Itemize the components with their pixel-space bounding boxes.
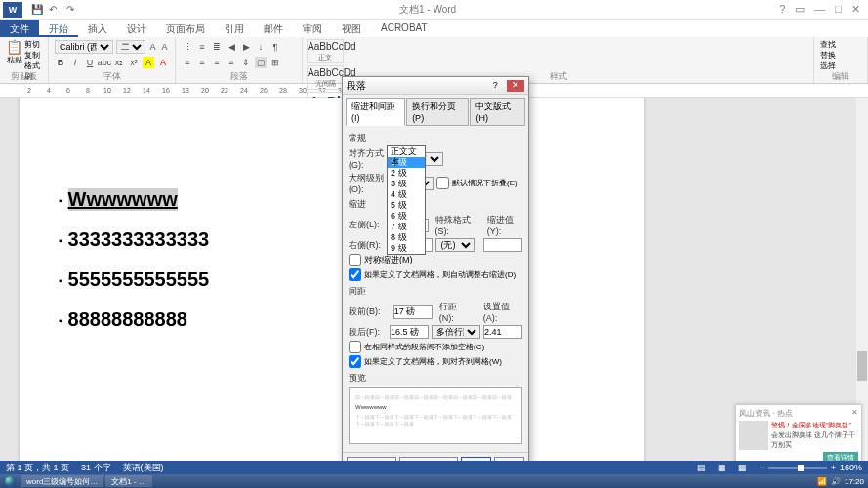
- tab-home[interactable]: 开始: [39, 20, 78, 37]
- popup-thumbnail[interactable]: [739, 421, 768, 450]
- multilevel-icon[interactable]: ≣: [211, 41, 223, 53]
- superscript-icon[interactable]: x²: [128, 57, 140, 68]
- dialog-tab-breaks[interactable]: 换行和分页(P): [406, 98, 469, 126]
- decrease-indent-icon[interactable]: ◀: [226, 41, 237, 53]
- replace-button[interactable]: 替换: [820, 50, 861, 61]
- tab-review[interactable]: 审阅: [293, 20, 332, 37]
- font-family-select[interactable]: Calibri (西文: [55, 40, 113, 54]
- numbering-icon[interactable]: ≡: [196, 41, 208, 53]
- tray-clock[interactable]: 17:20: [845, 477, 864, 486]
- redo-icon[interactable]: ↷: [66, 4, 78, 16]
- undo-icon[interactable]: ↶: [49, 4, 61, 16]
- copy-button[interactable]: 复制: [24, 50, 42, 61]
- scrollbar-thumb[interactable]: [857, 351, 867, 381]
- no-space-same-style-checkbox[interactable]: [349, 341, 361, 353]
- font-color-icon[interactable]: A: [157, 57, 169, 68]
- tray-volume-icon[interactable]: 🔊: [831, 477, 841, 486]
- collapse-checkbox[interactable]: [436, 177, 449, 189]
- snap-grid-checkbox[interactable]: [349, 355, 361, 368]
- popup-title[interactable]: 警惕！全国多地现"脚臭盐": [771, 421, 858, 430]
- align-center-icon[interactable]: ≡: [196, 57, 208, 68]
- shrink-font-icon[interactable]: A: [160, 41, 169, 53]
- page[interactable]: Wwwwwww 3333333333333 5555555555555 8888…: [20, 98, 644, 468]
- tab-layout[interactable]: 页面布局: [156, 20, 215, 37]
- tray-network-icon[interactable]: 📶: [817, 477, 827, 486]
- align-left-icon[interactable]: ≡: [182, 57, 193, 68]
- save-icon[interactable]: 💾: [31, 4, 43, 16]
- italic-icon[interactable]: I: [69, 57, 81, 68]
- zoom-slider[interactable]: [768, 467, 827, 469]
- justify-icon[interactable]: ≡: [226, 57, 237, 68]
- close-icon[interactable]: ✕: [851, 3, 860, 16]
- taskbar-item-2[interactable]: 文档1 - …: [105, 475, 152, 487]
- highlight-icon[interactable]: A: [143, 57, 154, 68]
- style-正文[interactable]: AaBbCcDd正文: [307, 39, 344, 63]
- view-print-icon[interactable]: ▦: [718, 463, 726, 472]
- auto-indent-checkbox[interactable]: [349, 268, 361, 281]
- align-right-icon[interactable]: ≡: [211, 57, 223, 68]
- popup-close-icon[interactable]: ✕: [851, 408, 858, 419]
- doc-line-1[interactable]: Wwwwwww: [68, 188, 178, 211]
- outline-option-4[interactable]: 4 级: [388, 189, 425, 200]
- tab-acrobat[interactable]: ACROBAT: [371, 20, 437, 37]
- outline-option-1[interactable]: 1 级: [388, 157, 425, 168]
- paste-icon[interactable]: 📋: [6, 39, 22, 55]
- tab-view[interactable]: 视图: [332, 20, 371, 37]
- tab-design[interactable]: 设计: [117, 20, 156, 37]
- bold-icon[interactable]: B: [55, 57, 66, 68]
- help-icon[interactable]: ?: [779, 3, 785, 16]
- sort-icon[interactable]: ↓: [255, 41, 267, 53]
- outline-option-9[interactable]: 9 级: [388, 243, 425, 254]
- font-size-select[interactable]: 二号: [116, 40, 145, 54]
- status-language[interactable]: 英语(美国): [123, 462, 164, 474]
- space-before-input[interactable]: [393, 305, 433, 319]
- status-word-count[interactable]: 31 个字: [81, 462, 111, 474]
- increase-indent-icon[interactable]: ▶: [240, 41, 252, 53]
- underline-icon[interactable]: U: [84, 57, 96, 68]
- subscript-icon[interactable]: x₂: [113, 57, 125, 68]
- tab-references[interactable]: 引用: [215, 20, 254, 37]
- space-after-input[interactable]: [390, 325, 429, 339]
- dialog-close-icon[interactable]: ✕: [507, 80, 524, 92]
- line-spacing-icon[interactable]: ⇕: [240, 57, 252, 68]
- strike-icon[interactable]: abc: [99, 57, 110, 68]
- tab-file[interactable]: 文件: [0, 20, 39, 37]
- minimize-icon[interactable]: —: [814, 3, 825, 16]
- taskbar-item-1[interactable]: word三级编号如何…: [21, 475, 103, 487]
- view-web-icon[interactable]: ▩: [738, 463, 747, 472]
- spacing-at-input[interactable]: [483, 325, 522, 339]
- dialog-titlebar[interactable]: 段落 ? ✕: [343, 77, 528, 95]
- show-marks-icon[interactable]: ¶: [269, 41, 281, 53]
- start-button[interactable]: [0, 474, 20, 488]
- outline-option-2[interactable]: 2 级: [388, 168, 425, 179]
- indent-by-input[interactable]: [483, 238, 522, 252]
- zoom-in-icon[interactable]: +: [831, 463, 836, 472]
- outline-option-6[interactable]: 6 级: [388, 211, 425, 222]
- status-page[interactable]: 第 1 页，共 1 页: [6, 462, 69, 474]
- outline-option-3[interactable]: 3 级: [388, 179, 425, 189]
- mirror-indent-checkbox[interactable]: [349, 254, 361, 266]
- dialog-help-icon[interactable]: ?: [486, 80, 504, 92]
- zoom-level[interactable]: 160%: [840, 463, 862, 472]
- outline-option-5[interactable]: 5 级: [388, 200, 425, 211]
- dialog-tab-asian[interactable]: 中文版式(H): [470, 98, 525, 126]
- dialog-tab-indent[interactable]: 缩进和间距(I): [346, 98, 405, 126]
- find-button[interactable]: 查找: [820, 39, 861, 50]
- outline-option-8[interactable]: 8 级: [388, 232, 425, 243]
- borders-icon[interactable]: ⊞: [269, 57, 281, 68]
- tab-mailings[interactable]: 邮件: [254, 20, 293, 37]
- line-spacing-select[interactable]: 多倍行距: [432, 325, 480, 339]
- grow-font-icon[interactable]: A: [148, 41, 157, 53]
- bullets-icon[interactable]: ⋮: [182, 41, 193, 53]
- outline-level-dropdown[interactable]: 正文文本1 级2 级3 级4 级5 级6 级7 级8 级9 级: [387, 145, 426, 255]
- outline-option-0[interactable]: 正文文本: [388, 146, 425, 157]
- zoom-out-icon[interactable]: −: [759, 463, 764, 472]
- view-read-icon[interactable]: ▤: [697, 463, 706, 472]
- cut-button[interactable]: 剪切: [24, 39, 42, 50]
- shading-icon[interactable]: ▢: [255, 57, 267, 68]
- outline-option-7[interactable]: 7 级: [388, 222, 425, 232]
- tab-insert[interactable]: 插入: [78, 20, 117, 37]
- special-indent-select[interactable]: (无): [435, 238, 475, 252]
- ribbon-options-icon[interactable]: ▭: [795, 3, 805, 16]
- maximize-icon[interactable]: □: [835, 3, 842, 16]
